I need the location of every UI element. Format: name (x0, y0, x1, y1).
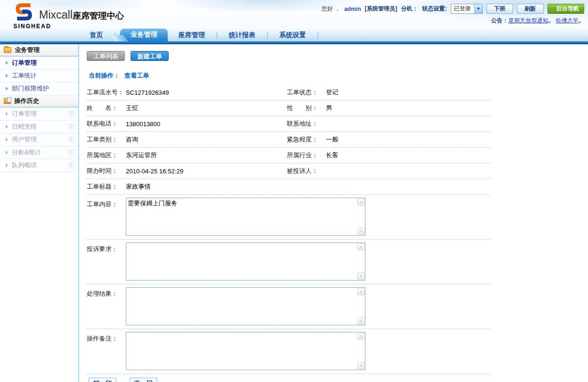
field-label-handle-result: 处理结果： (87, 287, 126, 298)
new-ticket-button[interactable]: 新建工单 (131, 51, 169, 61)
field-label-content: 工单内容： (87, 198, 126, 209)
history-item-analysis-statistics[interactable]: 分析&统计 × (0, 146, 78, 159)
close-icon[interactable]: × (69, 150, 74, 155)
back-button[interactable]: 返 回 (130, 378, 157, 382)
tab-statistics-report[interactable]: 统计报表 (220, 29, 264, 41)
field-value-phone: 1380013800 (126, 121, 160, 128)
tab-seat-management[interactable]: 座席管理 (170, 29, 213, 41)
ticket-form: 工单流水号： SC1271926349 工单状态： 登记 姓 名： 王怔 性 别… (87, 85, 491, 382)
ticket-toolbar: 工单列表 新建工单 (87, 51, 588, 61)
close-icon[interactable]: × (69, 111, 74, 117)
field-value-category: 咨询 (126, 135, 138, 144)
notice-link-holiday[interactable]: 星期天放假通知 (508, 17, 548, 24)
arrow-right-icon (6, 112, 8, 116)
form-row-complaint-request: 投诉要求： ∧ ∨ (87, 240, 491, 284)
status-dropdown[interactable]: 已登录 (451, 4, 483, 14)
field-label-complained-person: 被投诉人： (287, 167, 326, 175)
backstage-nav-button[interactable]: ↓ 后台导航 (547, 4, 585, 14)
scroll-up-icon[interactable]: ∧ (357, 288, 365, 295)
scroll-down-icon[interactable]: ∨ (357, 228, 365, 235)
scroll-down-icon[interactable]: ∨ (357, 272, 365, 280)
field-value-region: 东河运管所 (126, 151, 157, 160)
chevron-down-icon[interactable] (474, 4, 482, 13)
field-label-operation-note: 操作备注： (87, 332, 126, 343)
arrow-right-icon (6, 87, 8, 90)
notice-link-harvard[interactable]: 哈佛大学 (556, 17, 578, 24)
tab-business-management[interactable]: 业务管理 (120, 28, 168, 41)
notice-label: 公告： (491, 17, 508, 24)
sidebar-item-order-management[interactable]: 订单管理 (0, 57, 78, 70)
scroll-up-icon[interactable]: ∧ (357, 243, 365, 251)
ticket-list-button[interactable]: 工单列表 (87, 51, 125, 61)
scroll-down-icon[interactable]: ∨ (357, 317, 365, 324)
form-row-category-urgency: 工单类别： 咨询 紧急程度： 一般 (87, 132, 491, 148)
sidebar: 业务管理 订单管理 工单统计 部门权限维护 操作历史 订单管理 × 日程安排 × (0, 44, 79, 382)
field-label-serial: 工单流水号： (87, 88, 126, 97)
handle-result-textarea[interactable]: ∧ ∨ (126, 287, 365, 325)
arrow-right-icon (6, 151, 8, 154)
form-row-deadline-complained: 限办时间： 2010-04-25 16:52:29 被投诉人： (87, 163, 491, 179)
user-role: [系统管理员] (365, 5, 397, 13)
history-item-label: 日程安排 (12, 122, 69, 131)
refresh-button[interactable]: 刷新 (517, 4, 544, 14)
form-row-name-gender: 姓 名： 王怔 性 别： 男 (87, 101, 491, 116)
extension-label: 分机： (401, 5, 418, 13)
close-icon[interactable]: × (69, 124, 74, 130)
greeting-text: 您好 ， (322, 5, 340, 13)
off-duty-button[interactable]: 下班 (487, 4, 513, 14)
main-content: 工单列表 新建工单 当前操作：查看工单 工单流水号： SC1271926349 … (79, 44, 588, 382)
field-label-gender: 性 别： (287, 104, 326, 112)
tab-home[interactable]: 首页 (81, 29, 112, 41)
form-row-region-industry: 所属地区： 东河运管所 所属行业： 长客 (87, 148, 491, 163)
down-arrow-icon: ↓ (551, 5, 554, 12)
field-label-industry: 所属行业： (287, 151, 326, 160)
sidebar-item-department-permission[interactable]: 部门权限维护 (0, 82, 78, 95)
form-row-operation-note: 操作备注： ∧ ∨ (87, 329, 491, 374)
field-label-status: 工单状态： (287, 88, 326, 97)
ticket-content-textarea[interactable]: 需要保姆上门服务 ∧ ∨ (126, 198, 365, 236)
backstage-nav-label: 后台导航 (556, 5, 579, 13)
notice-dot: 。 (548, 17, 554, 24)
form-row-handle-result: 处理结果： ∧ ∨ (87, 284, 491, 329)
current-operation: 当前操作：查看工单 (89, 71, 588, 80)
history-item-label: 用户管理 (12, 135, 69, 144)
field-value-gender: 男 (326, 104, 332, 112)
field-label-urgency: 紧急程度： (287, 135, 326, 144)
field-value-urgency: 一般 (326, 135, 338, 144)
field-value-industry: 长客 (326, 151, 338, 160)
sidebar-item-label: 工单统计 (12, 71, 37, 80)
app-title-mixcall: Mixcall (39, 9, 72, 21)
nav-separator (317, 32, 318, 39)
operation-note-textarea[interactable]: ∧ ∨ (126, 332, 365, 370)
folder-icon (4, 47, 11, 53)
scroll-down-icon[interactable]: ∨ (357, 362, 365, 369)
form-row-content: 工单内容： 需要保姆上门服务 ∧ ∨ (87, 195, 491, 240)
history-item-label: 分析&统计 (12, 148, 69, 157)
app-title-suffix: 座席管理中心 (72, 11, 124, 20)
sidebar-section-title: 操作历史 (14, 97, 39, 105)
scroll-up-icon[interactable]: ∧ (357, 199, 365, 206)
status-dropdown-value: 已登录 (451, 5, 474, 13)
history-item-queue-calls[interactable]: 队列电话 × (0, 159, 78, 172)
history-item-user-management[interactable]: 用户管理 × (0, 133, 78, 146)
field-label-name: 姓 名： (87, 104, 126, 112)
history-item-schedule[interactable]: 日程安排 × (0, 121, 78, 133)
history-item-order-management[interactable]: 订单管理 × (0, 108, 78, 121)
brand-name: SINGHEAD (13, 23, 51, 30)
close-icon[interactable]: × (69, 162, 74, 168)
singhead-logo-icon (13, 2, 34, 22)
logo: SINGHEAD (13, 2, 34, 22)
notice-dot: 。 (578, 17, 584, 24)
print-button[interactable]: 打 印 (89, 378, 116, 382)
field-value-title: 家政事情 (126, 182, 151, 191)
app-title: Mixcall座席管理中心 (39, 9, 124, 21)
form-actions: 打 印 返 回 (87, 374, 491, 382)
complaint-request-textarea[interactable]: ∧ ∨ (126, 242, 365, 281)
arrow-right-icon (6, 125, 8, 129)
tab-system-settings[interactable]: 系统设置 (271, 29, 314, 41)
history-icon (4, 98, 11, 104)
close-icon[interactable]: × (69, 137, 74, 142)
sidebar-item-ticket-statistics[interactable]: 工单统计 (0, 70, 78, 82)
scroll-up-icon[interactable]: ∧ (357, 333, 365, 340)
arrow-right-icon (6, 163, 8, 167)
